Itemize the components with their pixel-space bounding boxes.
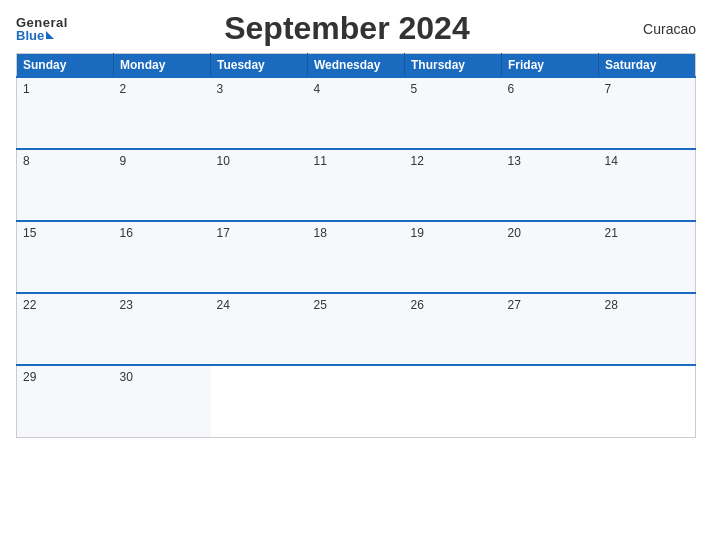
day-cell: 17: [211, 221, 308, 293]
col-tuesday: Tuesday: [211, 54, 308, 78]
day-cell: 2: [114, 77, 211, 149]
day-number: 11: [314, 154, 327, 168]
week-row-3: 15161718192021: [17, 221, 696, 293]
day-cell: 7: [599, 77, 696, 149]
day-cell: 5: [405, 77, 502, 149]
day-cell: 4: [308, 77, 405, 149]
day-cell: 28: [599, 293, 696, 365]
day-cell: 16: [114, 221, 211, 293]
day-cell: [308, 365, 405, 437]
logo-blue-row: Blue: [16, 29, 54, 42]
day-number: 27: [508, 298, 521, 312]
col-wednesday: Wednesday: [308, 54, 405, 78]
day-number: 24: [217, 298, 230, 312]
week-row-1: 1234567: [17, 77, 696, 149]
day-cell: 8: [17, 149, 114, 221]
day-cell: 30: [114, 365, 211, 437]
day-cell: 13: [502, 149, 599, 221]
days-of-week-row: Sunday Monday Tuesday Wednesday Thursday…: [17, 54, 696, 78]
calendar-table: Sunday Monday Tuesday Wednesday Thursday…: [16, 53, 696, 438]
day-number: 12: [411, 154, 424, 168]
day-cell: [502, 365, 599, 437]
day-number: 5: [411, 82, 418, 96]
day-cell: 22: [17, 293, 114, 365]
day-number: 3: [217, 82, 224, 96]
day-number: 2: [120, 82, 127, 96]
logo: General Blue: [16, 16, 68, 42]
logo-triangle-icon: [46, 31, 54, 39]
day-cell: 25: [308, 293, 405, 365]
day-number: 6: [508, 82, 515, 96]
day-number: 9: [120, 154, 127, 168]
logo-blue-text: Blue: [16, 29, 44, 42]
day-cell: 3: [211, 77, 308, 149]
col-monday: Monday: [114, 54, 211, 78]
day-cell: 14: [599, 149, 696, 221]
day-cell: 9: [114, 149, 211, 221]
day-cell: 23: [114, 293, 211, 365]
day-number: 8: [23, 154, 30, 168]
day-number: 14: [605, 154, 618, 168]
calendar-header: Sunday Monday Tuesday Wednesday Thursday…: [17, 54, 696, 78]
day-number: 26: [411, 298, 424, 312]
day-number: 10: [217, 154, 230, 168]
week-row-5: 2930: [17, 365, 696, 437]
day-cell: [211, 365, 308, 437]
day-cell: 29: [17, 365, 114, 437]
day-cell: [599, 365, 696, 437]
day-cell: [405, 365, 502, 437]
calendar-page: General Blue September 2024 Curacao Sund…: [0, 0, 712, 550]
day-cell: 12: [405, 149, 502, 221]
day-number: 21: [605, 226, 618, 240]
day-number: 17: [217, 226, 230, 240]
day-cell: 10: [211, 149, 308, 221]
day-cell: 11: [308, 149, 405, 221]
location-label: Curacao: [626, 21, 696, 37]
day-cell: 18: [308, 221, 405, 293]
day-number: 29: [23, 370, 36, 384]
col-sunday: Sunday: [17, 54, 114, 78]
day-number: 1: [23, 82, 30, 96]
day-cell: 20: [502, 221, 599, 293]
day-number: 23: [120, 298, 133, 312]
week-row-2: 891011121314: [17, 149, 696, 221]
day-number: 16: [120, 226, 133, 240]
day-number: 7: [605, 82, 612, 96]
day-number: 13: [508, 154, 521, 168]
day-cell: 26: [405, 293, 502, 365]
day-number: 19: [411, 226, 424, 240]
col-saturday: Saturday: [599, 54, 696, 78]
day-number: 20: [508, 226, 521, 240]
day-cell: 1: [17, 77, 114, 149]
logo-general-text: General: [16, 16, 68, 29]
day-number: 4: [314, 82, 321, 96]
day-cell: 19: [405, 221, 502, 293]
day-cell: 24: [211, 293, 308, 365]
day-number: 25: [314, 298, 327, 312]
col-thursday: Thursday: [405, 54, 502, 78]
header: General Blue September 2024 Curacao: [16, 10, 696, 47]
day-number: 18: [314, 226, 327, 240]
day-number: 30: [120, 370, 133, 384]
day-number: 15: [23, 226, 36, 240]
calendar-title: September 2024: [68, 10, 626, 47]
day-cell: 15: [17, 221, 114, 293]
day-cell: 21: [599, 221, 696, 293]
day-cell: 6: [502, 77, 599, 149]
day-number: 28: [605, 298, 618, 312]
day-number: 22: [23, 298, 36, 312]
day-cell: 27: [502, 293, 599, 365]
calendar-body: 1234567891011121314151617181920212223242…: [17, 77, 696, 437]
col-friday: Friday: [502, 54, 599, 78]
week-row-4: 22232425262728: [17, 293, 696, 365]
